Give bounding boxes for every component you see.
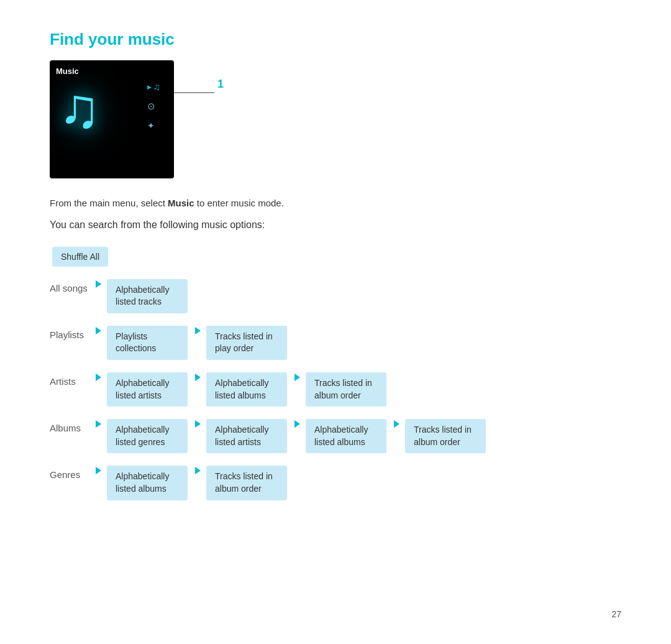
gear-icon: ✦	[147, 121, 160, 131]
cell-genres-2: Tracks listed inalbum order	[195, 463, 290, 502]
cells-albums: Alphabeticallylisted genres Alphabetical…	[93, 414, 491, 458]
cell-box-listed-albums-a: Alphabeticallylisted albums	[206, 372, 287, 407]
cell-artists-1: Alphabeticallylisted artists	[96, 370, 190, 409]
cell-box-listed-albums-b: Alphabeticallylisted albums	[306, 419, 386, 453]
cell-artists-2: Alphabeticallylisted albums	[195, 370, 290, 409]
page-number: 27	[611, 609, 621, 619]
arrow-icon	[294, 374, 300, 381]
cell-box-tracks-album-order-b: Tracks listed inalbum order	[405, 419, 486, 453]
callout-number: 1	[217, 78, 224, 91]
page-title: Find your music	[50, 30, 621, 49]
cell-box-listed-albums-c: Alphabeticallylisted albums	[107, 466, 188, 500]
cell-box-playlists-col: Playlistscollections	[107, 326, 188, 360]
cell-albums-3: Alphabeticallylisted albums	[294, 416, 389, 456]
shuffle-all-row: Shuffle All	[50, 244, 621, 270]
row-albums: Albums Alphabeticallylisted genres Alpha…	[50, 414, 621, 458]
arrow-icon	[195, 327, 201, 334]
device-screenshot: Music ♫ ▶ ♫ ⊙ ✦	[50, 60, 174, 178]
row-all-songs: All songs Alphabeticallylisted tracks	[50, 274, 621, 318]
side-icons: ▶ ♫ ⊙ ✦	[147, 81, 160, 131]
cell-box-tracks-play-order: Tracks listed inplay order	[206, 326, 287, 360]
step1-bold: Music	[168, 198, 194, 208]
device-screenshot-container: Music ♫ ▶ ♫ ⊙ ✦ 1	[50, 60, 621, 178]
step1-prefix: From the main menu, select	[50, 198, 168, 208]
step1-text: From the main menu, select Music to ente…	[50, 196, 621, 211]
music-options-container: Shuffle All All songs Alphabeticallylist…	[50, 244, 621, 505]
arrow-icon	[96, 374, 101, 381]
arrow-icon	[96, 327, 101, 334]
shuffle-all-cell: Shuffle All	[52, 247, 108, 267]
cell-box-tracks-album-order-c: Tracks listed inalbum order	[206, 466, 287, 500]
label-artists: Artists	[50, 367, 93, 387]
arrow-icon	[394, 420, 399, 428]
camera-icon: ⊙	[147, 101, 160, 112]
music-note-icon: ♫	[58, 80, 101, 136]
cell-playlists-1: Playlistscollections	[96, 323, 190, 362]
row-artists: Artists Alphabeticallylisted artists Alp…	[50, 367, 621, 412]
cell-albums-1: Alphabeticallylisted genres	[96, 416, 190, 456]
music-note-small-icon: ♫	[153, 81, 160, 92]
row-genres: Genres Alphabeticallylisted albums Track…	[50, 461, 621, 505]
cell-albums-4: Tracks listed inalbum order	[394, 416, 488, 456]
music-icon-row: ▶ ♫	[147, 81, 160, 92]
label-playlists: Playlists	[50, 321, 93, 340]
cell-artists-3: Tracks listed inalbum order	[294, 370, 389, 409]
device-music-label: Music	[56, 67, 79, 76]
arrow-icon	[96, 467, 101, 474]
cell-box-listed-genres: Alphabeticallylisted genres	[107, 419, 188, 453]
play-arrow-icon: ▶	[147, 84, 152, 90]
callout-line-svg	[174, 86, 224, 99]
cell-box-tracks-album-order-a: Tracks listed inalbum order	[306, 372, 386, 407]
cell-box-listed-artists-b: Alphabeticallylisted artists	[206, 419, 287, 453]
cell-box-tracks: Alphabeticallylisted tracks	[107, 279, 188, 313]
search-options-text: You can search from the following music …	[50, 217, 621, 233]
cell-genres-1: Alphabeticallylisted albums	[96, 463, 190, 502]
cell-box-listed-artists: Alphabeticallylisted artists	[107, 372, 188, 407]
cell-playlists-2: Tracks listed inplay order	[195, 323, 290, 362]
cell-all-songs-1: Alphabeticallylisted tracks	[96, 277, 190, 316]
arrow-icon	[195, 467, 201, 474]
label-genres: Genres	[50, 461, 93, 480]
label-all-songs: All songs	[50, 274, 93, 293]
cells-artists: Alphabeticallylisted artists Alphabetica…	[93, 367, 391, 412]
arrow-icon	[195, 420, 201, 428]
cell-albums-2: Alphabeticallylisted artists	[195, 416, 290, 456]
cells-genres: Alphabeticallylisted albums Tracks liste…	[93, 461, 292, 505]
arrow-icon	[96, 420, 101, 428]
arrow-icon	[195, 374, 201, 381]
row-playlists: Playlists Playlistscollections Tracks li…	[50, 321, 621, 365]
cells-playlists: Playlistscollections Tracks listed inpla…	[93, 321, 292, 365]
arrow-icon	[96, 280, 101, 288]
cells-all-songs: Alphabeticallylisted tracks	[93, 274, 193, 318]
arrow-icon	[294, 420, 300, 428]
label-albums: Albums	[50, 414, 93, 433]
step1-suffix: to enter music mode.	[194, 198, 284, 208]
